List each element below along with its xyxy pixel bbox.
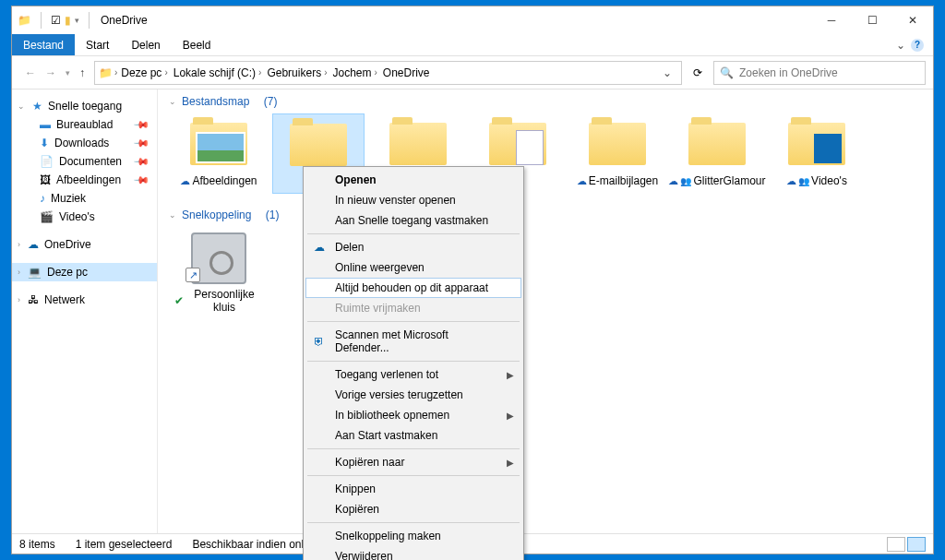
- view-details-button[interactable]: [887, 537, 905, 552]
- bc-drive: Lokale schijf (C:)›: [172, 66, 264, 79]
- help-icon[interactable]: ?: [911, 39, 924, 52]
- search-icon: 🔍: [720, 66, 734, 79]
- maximize-button[interactable]: ☐: [852, 6, 892, 34]
- ctx-grant-access[interactable]: Toegang verlenen tot▶: [305, 364, 521, 385]
- sidebar-item-desktop[interactable]: ▬Bureaublad📌: [12, 115, 157, 134]
- bc-current: OneDrive: [381, 66, 432, 79]
- close-button[interactable]: ✕: [892, 6, 933, 34]
- sidebar-network[interactable]: ›🖧Netwerk: [12, 291, 157, 309]
- breadcrumb-dropdown-icon[interactable]: ⌄: [657, 66, 677, 79]
- sidebar-item-pictures[interactable]: 🖼Afbeeldingen📌: [12, 171, 157, 189]
- sidebar-item-documents[interactable]: 📄Documenten📌: [12, 152, 157, 171]
- app-icon: 📁: [18, 14, 31, 27]
- ctx-pin-quick-access[interactable]: Aan Snelle toegang vastmaken: [305, 210, 521, 231]
- cloud-icon: ☁: [180, 175, 190, 187]
- sidebar-item-music[interactable]: ♪Muziek: [12, 189, 157, 208]
- tab-share[interactable]: Delen: [120, 34, 171, 55]
- ctx-restore-versions[interactable]: Vorige versies terugzetten: [305, 385, 521, 405]
- context-menu: Openen In nieuw venster openen Aan Snell…: [303, 166, 524, 560]
- tab-start[interactable]: Start: [75, 34, 120, 55]
- folder-email[interactable]: ☁E-mailbijlagen: [571, 113, 664, 194]
- refresh-button[interactable]: ⟳: [686, 66, 710, 79]
- ctx-defender-scan[interactable]: ⛨Scannen met Microsoft Defender...: [305, 325, 521, 358]
- ctx-cut[interactable]: Knippen: [305, 479, 521, 499]
- folder-pictures[interactable]: ☁Afbeeldingen: [173, 113, 265, 194]
- bc-users: Gebruikers›: [265, 66, 329, 79]
- ctx-free-space: Ruimte vrijmaken: [305, 298, 521, 318]
- ctx-create-shortcut[interactable]: Snelkoppeling maken: [305, 526, 521, 546]
- nav-bar: ← → ▾ ↑ 📁 › Deze pc› Lokale schijf (C:)›…: [12, 56, 933, 89]
- breadcrumb[interactable]: 📁 › Deze pc› Lokale schijf (C:)› Gebruik…: [94, 61, 682, 85]
- ctx-pin-start[interactable]: Aan Start vastmaken: [305, 425, 521, 446]
- recent-dropdown-icon[interactable]: ▾: [66, 68, 70, 77]
- chevron-right-icon: ▶: [507, 370, 514, 380]
- bc-user: Jochem›: [330, 66, 378, 79]
- sidebar-onedrive[interactable]: ›☁OneDrive: [12, 235, 157, 254]
- ribbon-tabs: Bestand Start Delen Beeld ⌄ ?: [12, 34, 933, 56]
- shield-icon: ⛨: [312, 335, 327, 348]
- ctx-view-online[interactable]: Online weergeven: [305, 257, 521, 278]
- up-button[interactable]: ↑: [79, 66, 85, 79]
- shortcut-personal-vault[interactable]: ↗✔Persoonlijke kluis: [173, 227, 265, 319]
- ctx-open[interactable]: Openen: [305, 170, 521, 190]
- status-count: 8 items: [19, 538, 55, 551]
- folder-icon: 📁: [99, 66, 113, 79]
- sync-icon: ✔: [174, 294, 184, 307]
- group-shortcuts[interactable]: ⌄Snelkoppeling (1): [165, 207, 933, 227]
- tab-view[interactable]: Beeld: [172, 34, 222, 55]
- search-input[interactable]: 🔍 Zoeken in OneDrive: [713, 61, 926, 85]
- view-icons-button[interactable]: [907, 537, 926, 552]
- status-selection: 1 item geselecteerd: [76, 538, 173, 551]
- ctx-share[interactable]: ☁Delen: [305, 237, 521, 257]
- sidebar-item-videos[interactable]: 🎬Video's: [12, 208, 157, 226]
- cloud-icon: ☁: [786, 175, 796, 187]
- chevron-right-icon: ▶: [507, 458, 514, 468]
- ribbon-expand-icon[interactable]: ⌄: [896, 39, 905, 52]
- minimize-button[interactable]: ─: [811, 6, 852, 34]
- sidebar: ⌄★Snelle toegang ▬Bureaublad📌 ⬇Downloads…: [12, 89, 158, 533]
- sidebar-this-pc[interactable]: ›💻Deze pc: [12, 263, 157, 281]
- chevron-right-icon: ▶: [507, 411, 514, 421]
- people-icon: 👥: [798, 176, 809, 186]
- forward-button[interactable]: →: [45, 66, 56, 79]
- cloud-icon: ☁: [668, 175, 678, 187]
- shortcut-icon: ↗: [185, 268, 200, 282]
- sidebar-item-downloads[interactable]: ⬇Downloads📌: [12, 134, 157, 152]
- file-view[interactable]: ⌄Bestandsmap (7) ☁Afbeeldingen ☁ ☁ ☁ ☁E-…: [158, 89, 933, 533]
- qat-folder-icon[interactable]: ▮: [65, 14, 71, 27]
- ctx-copy-to[interactable]: Kopiëren naar▶: [305, 452, 521, 472]
- window-title: OneDrive: [101, 14, 148, 27]
- titlebar: 📁 ☑ ▮ ▾ OneDrive ─ ☐ ✕: [12, 6, 933, 34]
- group-folders[interactable]: ⌄Bestandsmap (7): [165, 93, 933, 113]
- ctx-delete[interactable]: Verwijderen: [305, 546, 521, 560]
- ctx-keep-on-device[interactable]: Altijd behouden op dit apparaat: [305, 278, 521, 298]
- qat-dropdown-icon[interactable]: ▾: [75, 16, 79, 25]
- folder-videos[interactable]: ☁👥Video's: [771, 113, 863, 194]
- qat-checkbox-icon[interactable]: ☑: [51, 14, 61, 27]
- people-icon: 👥: [680, 176, 691, 186]
- cloud-icon: ☁: [312, 241, 327, 254]
- sidebar-quick-access[interactable]: ⌄★Snelle toegang: [12, 97, 157, 115]
- back-button[interactable]: ←: [25, 66, 36, 79]
- status-availability: Beschikbaar indien online: [192, 538, 318, 551]
- bc-thispc: Deze pc›: [119, 66, 169, 79]
- ctx-new-window[interactable]: In nieuw venster openen: [305, 190, 521, 210]
- cloud-icon: ☁: [577, 175, 587, 187]
- ctx-include-library[interactable]: In bibliotheek opnemen▶: [305, 405, 521, 425]
- tab-file[interactable]: Bestand: [12, 34, 75, 55]
- ctx-copy[interactable]: Kopiëren: [305, 499, 521, 519]
- folder-glitter[interactable]: ☁👥GlitterGlamour: [671, 113, 763, 194]
